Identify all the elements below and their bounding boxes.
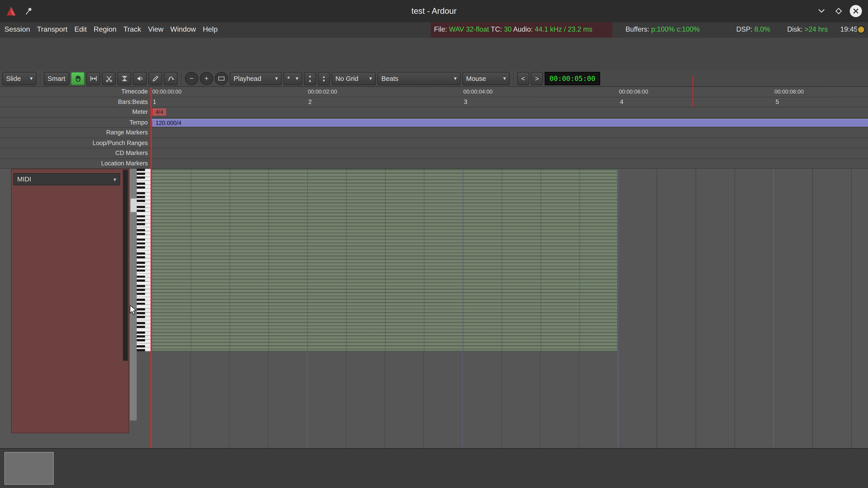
editor-canvas[interactable]: MIDI ▾ bbox=[0, 169, 868, 448]
close-icon bbox=[850, 5, 862, 17]
window-title: test - Ardour bbox=[0, 0, 868, 22]
shrink-tracks-button[interactable]: ▼▲ bbox=[304, 72, 316, 85]
ruler-meter[interactable]: Meter 4/4 bbox=[0, 107, 868, 118]
ruler-cd-markers[interactable]: CD Markers bbox=[0, 148, 868, 158]
menu-view[interactable]: View bbox=[148, 22, 168, 33]
draw-tool-button[interactable] bbox=[148, 72, 162, 85]
menu-session[interactable]: Session bbox=[0, 22, 34, 33]
maximize-icon[interactable] bbox=[832, 4, 845, 18]
ruler-timecode[interactable]: Timecode 00:00:00:00 00:00:02:00 00:00:0… bbox=[0, 87, 868, 97]
nudge-clock[interactable]: 00:00:05:00 bbox=[545, 72, 600, 85]
menu-help[interactable]: Help bbox=[203, 22, 222, 33]
ruler-label-tempo: Tempo bbox=[0, 119, 148, 125]
tc-value: 30 bbox=[504, 26, 512, 33]
tri-up: ▲ bbox=[308, 78, 312, 82]
menu-track[interactable]: Track bbox=[123, 22, 146, 33]
stretch-tool-button[interactable] bbox=[117, 72, 131, 85]
disk-value: >24 hrs bbox=[804, 26, 828, 33]
timecode-tick: 00:00:06:00 bbox=[619, 89, 648, 95]
chevron-left-icon: < bbox=[521, 74, 525, 82]
buffers-label: Buffers: bbox=[625, 26, 649, 33]
meter-marker[interactable]: 4/4 bbox=[152, 108, 166, 116]
mouse-mode-label: Mouse bbox=[466, 74, 486, 82]
chevron-down-icon: ▾ bbox=[296, 75, 298, 81]
chevron-down-icon: ▾ bbox=[30, 75, 33, 81]
pencil-icon bbox=[151, 74, 159, 82]
midi-scroomer[interactable] bbox=[129, 169, 137, 420]
tri-down: ▼ bbox=[322, 78, 326, 82]
ruler-loop-punch[interactable]: Loop/Punch Ranges bbox=[0, 138, 868, 148]
ruler-label-location: Location Markers bbox=[0, 160, 148, 166]
zoom-focus-dropdown[interactable]: Playhead▾ bbox=[230, 72, 282, 85]
nudge-back-button[interactable]: < bbox=[517, 72, 529, 85]
range-tool-button[interactable] bbox=[86, 72, 100, 85]
edit-toolbar: Slide▾ Smart − + Playhead▾ *▾ bbox=[0, 70, 868, 87]
disk-label: Disk: bbox=[787, 26, 802, 33]
internal-edit-tool-button[interactable] bbox=[164, 72, 178, 85]
menu-transport[interactable]: Transport bbox=[37, 22, 72, 33]
log-indicator-icon[interactable] bbox=[857, 26, 865, 34]
menu-region[interactable]: Region bbox=[94, 22, 121, 33]
bar-number: 5 bbox=[776, 98, 779, 105]
grab-hand-icon bbox=[74, 74, 82, 82]
ruler-label-cd: CD Markers bbox=[0, 149, 148, 156]
audition-tool-button[interactable] bbox=[133, 72, 147, 85]
grid-unit-dropdown[interactable]: Beats▾ bbox=[377, 72, 460, 85]
summary-view-rectangle[interactable] bbox=[4, 452, 54, 485]
visible-tracks-dropdown[interactable]: *▾ bbox=[283, 72, 302, 85]
audio-label: Audio: bbox=[513, 26, 533, 33]
tempo-marker-bar[interactable]: 120.000/4 bbox=[151, 119, 868, 126]
mouse-cursor bbox=[129, 305, 138, 315]
buffers-value: p:100% c:100% bbox=[651, 26, 700, 33]
toolbar-separator bbox=[513, 72, 514, 85]
tc-label: TC: bbox=[491, 26, 502, 33]
grab-tool-button[interactable] bbox=[71, 72, 85, 85]
chevron-down-icon: ▾ bbox=[275, 75, 278, 81]
zoom-in-icon: + bbox=[204, 74, 209, 83]
piano-black-keys bbox=[137, 169, 145, 351]
minitl-playhead bbox=[692, 76, 693, 107]
ruler-range-markers[interactable]: Range Markers bbox=[0, 128, 868, 138]
nudge-forward-button[interactable]: > bbox=[531, 72, 543, 85]
minimize-icon[interactable] bbox=[815, 4, 828, 18]
summary-pane[interactable] bbox=[0, 448, 868, 488]
audio-value: 44.1 kHz / 23.2 ms bbox=[535, 26, 592, 33]
ruler-label-meter: Meter bbox=[0, 108, 148, 115]
ruler-label-range: Range Markers bbox=[0, 129, 148, 135]
ruler-tempo[interactable]: Tempo 120.000/4 bbox=[0, 118, 868, 128]
piano-keyboard[interactable] bbox=[137, 169, 151, 351]
timecode-tick: 00:00:02:00 bbox=[308, 89, 337, 95]
grid-mode-label: No Grid bbox=[336, 74, 358, 82]
midi-track-content[interactable] bbox=[151, 169, 618, 351]
edit-mode-dropdown[interactable]: Slide▾ bbox=[2, 72, 37, 85]
ruler-label-timecode: Timecode bbox=[0, 88, 148, 94]
ruler-label-loop-punch: Loop/Punch Ranges bbox=[0, 139, 148, 146]
ruler-label-bars: Bars:Beats bbox=[0, 98, 148, 105]
playhead[interactable] bbox=[151, 88, 152, 448]
zoom-to-session-button[interactable] bbox=[215, 72, 228, 85]
expand-tracks-button[interactable]: ▲▼ bbox=[318, 72, 330, 85]
track-name-field[interactable]: MIDI ▾ bbox=[13, 173, 120, 186]
wall-clock: 19:45 bbox=[840, 26, 858, 33]
zoom-out-icon: − bbox=[189, 74, 194, 83]
zoom-out-button[interactable]: − bbox=[185, 72, 198, 85]
track-name: MIDI bbox=[17, 175, 31, 183]
tri-up: ▲ bbox=[322, 74, 326, 78]
ruler-bars-beats[interactable]: Bars:Beats 1 2 3 4 5 bbox=[0, 97, 868, 107]
scroomer-thumb[interactable] bbox=[130, 198, 137, 213]
cut-tool-button[interactable] bbox=[102, 72, 116, 85]
mouse-mode-dropdown[interactable]: Mouse▾ bbox=[462, 72, 510, 85]
midi-track-header[interactable]: MIDI ▾ bbox=[11, 169, 129, 433]
zoom-in-button[interactable]: + bbox=[200, 72, 213, 85]
range-icon bbox=[90, 74, 97, 82]
title-bar[interactable]: test - Ardour bbox=[0, 0, 868, 23]
close-button[interactable] bbox=[849, 4, 863, 18]
menu-edit[interactable]: Edit bbox=[74, 22, 91, 33]
file-label: File: bbox=[434, 26, 447, 33]
buffers-status: Buffers: p:100% c:100% bbox=[625, 26, 700, 33]
menu-window[interactable]: Window bbox=[170, 22, 200, 33]
grid-mode-dropdown[interactable]: No Grid▾ bbox=[332, 72, 376, 85]
scissors-icon bbox=[105, 74, 113, 82]
smart-mode-button[interactable]: Smart bbox=[43, 72, 69, 85]
ruler-location-markers[interactable]: Location Markers bbox=[0, 159, 868, 169]
